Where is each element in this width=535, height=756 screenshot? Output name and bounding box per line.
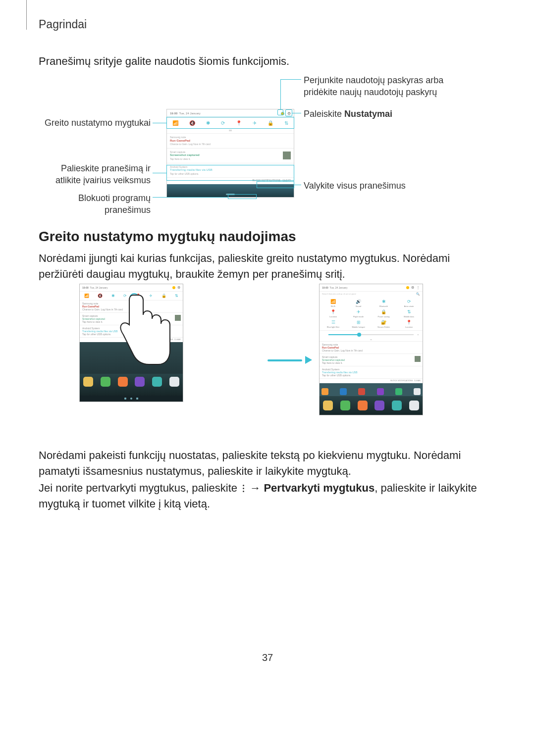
paragraph: Norėdami pakeisti funkcijų nuostatas, pa… [39, 448, 494, 479]
more-vertical-icon [242, 484, 245, 493]
panel-screenshot: 19:00 Tue, 24 January ⚙ 📶🔇✱⟳📍✈🔒⇅ ═ Samsu… [166, 109, 294, 198]
qs-cell: 🔊Sound [346, 299, 371, 307]
qs-cell: ✈Flight mode [346, 309, 371, 318]
quick-settings-grid: 📶Wi-Fi🔊Sound✱Bluetooth⟳Auto rotate📍Locat… [320, 297, 423, 330]
qs-icon: ✈ [253, 120, 257, 126]
qs-cell: ✱Bluetooth [371, 299, 396, 307]
callout-switch-users: Perjunkite naudotojų paskyras arba pridė… [304, 74, 452, 99]
app-icon [358, 388, 365, 395]
subheading: Greito nustatymo mygtukų naudojimas [39, 229, 296, 245]
qs-cell: ⟳Auto rotate [396, 299, 422, 307]
app-icon [135, 377, 145, 387]
notification-item: Smart capture Screenshot captured Tap he… [167, 148, 294, 163]
status-time: 19:00 [170, 112, 177, 115]
qs-cell: 🔒Power saving [371, 309, 396, 318]
qs-cell: ☰Blue light filter [321, 320, 346, 328]
app-icon [374, 401, 384, 410]
callout-quick-settings: Greito nustatymo mygtukai [34, 117, 151, 129]
tablet-after: 19:00 Tue, 24 January⚙⋮ Search features … [319, 284, 423, 415]
app-icon [152, 377, 162, 387]
app-icon [169, 377, 179, 387]
qs-icon: 🔇 [189, 120, 195, 126]
qs-icon: ✱ [111, 294, 115, 298]
app-icon [414, 388, 421, 395]
section-header: Pagrindai [39, 18, 87, 31]
quick-settings-row: 📶🔇✱⟳📍✈🔒⇅ [167, 117, 294, 128]
drag-handle-icon: ═ [167, 128, 294, 133]
clear-label: CLEAR [282, 179, 291, 182]
app-icon [395, 388, 402, 395]
paragraph: Norėdami įjungti kai kurias funkcijas, p… [39, 251, 494, 282]
notification-panel-diagram: 19:00 Tue, 24 January ⚙ 📶🔇✱⟳📍✈🔒⇅ ═ Samsu… [39, 74, 494, 210]
app-icon [340, 388, 347, 395]
gear-icon: ⚙ [287, 111, 291, 116]
qs-icon: ⟳ [221, 120, 225, 126]
app-icon [323, 401, 333, 410]
app-icon [118, 377, 128, 387]
qs-cell: ⊞Mobile hotspot [346, 320, 371, 328]
qs-cell: 📍Location [321, 309, 346, 318]
app-icon [83, 377, 93, 387]
tablet-before: 19:00 Tue, 24 January⚙ 📶🔇✱⟳📍✈🔒⇅ Samsung … [79, 284, 183, 402]
qs-icon: 🔒 [161, 294, 166, 298]
qs-cell: 📍Location [396, 320, 422, 328]
notification-item: Android System Transferring media files … [167, 163, 294, 178]
notification-item: Samsung note Run GamePad Chance to Gain.… [167, 133, 294, 148]
intro-text: Pranešimų srityje galite naudotis šiomis… [39, 55, 289, 68]
app-icon [358, 401, 368, 410]
qs-icon: 📶 [84, 294, 89, 298]
qs-icon: 📍 [236, 120, 242, 126]
block-notifications-label: BLOCK NOTIFICATIONS [253, 179, 281, 182]
callout-launch-settings: Paleiskite Nustatymai [304, 108, 452, 120]
swipe-down-arrow-icon [131, 298, 138, 318]
qs-cell: 📶Wi-Fi [321, 299, 346, 307]
user-icon [281, 112, 284, 115]
qs-icon: ✈ [149, 294, 153, 298]
app-icon [409, 401, 419, 410]
qs-cell: 🔐Secure Folder [371, 320, 396, 328]
page-number: 37 [0, 652, 535, 663]
brightness-slider: ⌄ [320, 330, 423, 338]
app-icon [377, 388, 384, 395]
qs-icon: 🔒 [268, 120, 273, 126]
app-icon [101, 377, 110, 387]
qs-icon: ⇅ [175, 294, 178, 298]
callout-clear-all: Valykite visus pranešimus [304, 180, 452, 192]
qs-icon: ✱ [206, 120, 210, 126]
swipe-gesture-figures: 19:00 Tue, 24 January⚙ 📶🔇✱⟳📍✈🔒⇅ Samsung … [79, 284, 456, 437]
callout-block: Blokuoti programų pranešimus [34, 192, 151, 216]
paragraph: Jei norite pertvarkyti mygtukus, paliesk… [39, 480, 494, 512]
status-date: Tue, 24 January [179, 112, 201, 115]
arrow-right-icon [268, 358, 312, 362]
qs-icon: ⇅ [284, 120, 288, 126]
app-icon [340, 401, 350, 410]
more-icon: ⋮ [416, 287, 420, 289]
qs-icon: 📶 [172, 120, 178, 126]
qs-cell: ⇅Mobile data [396, 309, 422, 318]
qs-icon: 🔇 [98, 294, 103, 298]
app-icon [392, 401, 402, 410]
app-icon [321, 388, 328, 395]
qs-icon: ⟳ [123, 294, 127, 298]
search-bar: Search features and qu ck act on pane [320, 291, 423, 297]
callout-tap-notification: Palieskite pranešimą ir atlikite įvairiu… [34, 162, 151, 187]
